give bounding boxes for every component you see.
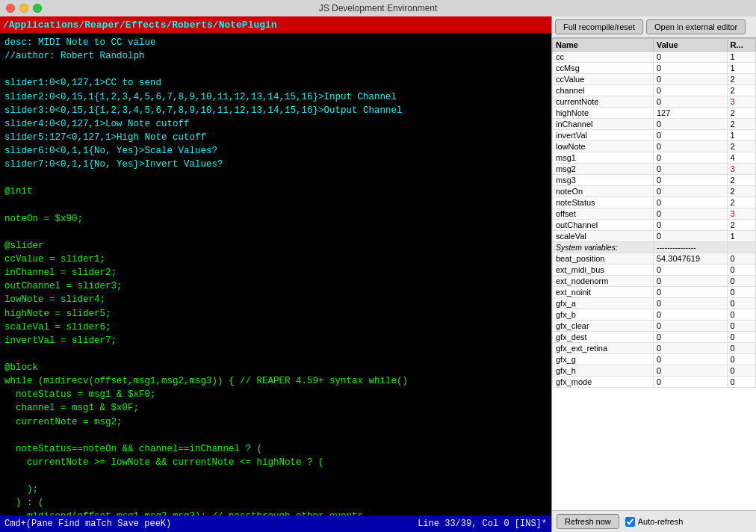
var-name: gfx_ext_retina (553, 343, 654, 354)
var-name: gfx_dest (553, 332, 654, 343)
sys-header-dashes: --------------- (653, 242, 727, 253)
code-line: slider5:127<0,127,1>High Note cutoff (4, 131, 547, 144)
var-name: gfx_a (553, 298, 654, 309)
var-r: 2 (727, 197, 755, 208)
var-value: 0 (653, 85, 727, 96)
table-row: msg2 0 3 (553, 164, 756, 175)
table-row: gfx_mode 0 0 (553, 377, 756, 388)
var-r: 4 (727, 152, 755, 164)
code-line: invertVal = slider7; (4, 334, 547, 347)
table-row: gfx_b 0 0 (553, 309, 756, 321)
var-name: lowNote (553, 141, 654, 152)
code-line: lowNote = slider4; (4, 293, 547, 306)
code-line: slider2:0<0,15,1{1,2,3,4,5,6,7,8,9,10,11… (4, 90, 547, 104)
var-r: 1 (727, 63, 755, 74)
var-r: 2 (727, 186, 755, 197)
code-line: ) : ( (4, 496, 547, 510)
var-name: scaleVal (553, 231, 654, 242)
var-value: 0 (653, 365, 727, 377)
variables-panel: Full recompile/reset Open in external ed… (551, 16, 756, 532)
var-value: 0 (653, 276, 727, 287)
var-r: 0 (727, 253, 755, 265)
main-content: /Applications/Reaper/Effects/Roberts/Not… (0, 16, 756, 532)
col-r: R... (727, 39, 755, 52)
var-value: 0 (653, 231, 727, 242)
sys-header-label: System variables: (553, 242, 654, 253)
refresh-button[interactable]: Refresh now (557, 514, 619, 529)
code-line: currentNote = msg2; (4, 415, 547, 429)
variables-table: Name Value R... cc 0 1 ccMsg 0 1 ccValue… (552, 38, 756, 388)
var-r: 2 (727, 74, 755, 85)
code-line: @slider (4, 239, 547, 253)
var-value: 0 (653, 119, 727, 130)
var-r: 1 (727, 130, 755, 141)
var-r: 0 (727, 287, 755, 298)
var-value: 54.3047619 (653, 253, 727, 265)
window-title: JS Development Environment (319, 3, 438, 13)
var-value: 0 (653, 309, 727, 321)
var-value: 0 (653, 197, 727, 208)
minimize-button[interactable] (19, 4, 28, 13)
var-r: 2 (727, 141, 755, 152)
var-r: 3 (727, 164, 755, 175)
table-row: msg1 0 4 (553, 152, 756, 164)
code-line: highNote = slider5; (4, 307, 547, 321)
code-line: slider1:0<0,127,1>CC to send (4, 76, 547, 90)
code-line: slider3:0<0,15,1{1,2,3,4,5,6,7,8,9,10,11… (4, 104, 547, 117)
code-line: midisend(offset,msg1,msg2,msg3); // pass… (4, 510, 547, 516)
open-external-button[interactable]: Open in external editor (646, 19, 746, 34)
code-line: ccValue = slider1; (4, 253, 547, 266)
var-name: msg2 (553, 164, 654, 175)
table-row: gfx_a 0 0 (553, 298, 756, 309)
var-name: ccValue (553, 74, 654, 85)
table-row: outChannel 0 2 (553, 220, 756, 231)
variables-table-container[interactable]: Name Value R... cc 0 1 ccMsg 0 1 ccValue… (552, 38, 756, 510)
var-name: currentNote (553, 96, 654, 108)
var-name: gfx_mode (553, 377, 654, 388)
table-row: currentNote 0 3 (553, 96, 756, 108)
var-r: 2 (727, 119, 755, 130)
code-line: slider6:0<0,1,1{No, Yes}>Scale Values? (4, 144, 547, 158)
var-value: 0 (653, 130, 727, 141)
right-toolbar: Full recompile/reset Open in external ed… (552, 16, 756, 38)
code-line (4, 469, 547, 483)
close-button[interactable] (6, 4, 15, 13)
code-line: channel = msg1 & $x0F; (4, 401, 547, 415)
table-row: ext_nodenorm 0 0 (553, 276, 756, 287)
maximize-button[interactable] (33, 4, 42, 13)
var-name: noteOn (553, 186, 654, 197)
var-r: 2 (727, 108, 755, 119)
table-row: gfx_h 0 0 (553, 365, 756, 377)
full-recompile-button[interactable]: Full recompile/reset (555, 19, 643, 34)
auto-refresh-checkbox[interactable] (625, 517, 635, 527)
var-name: invertVal (553, 130, 654, 141)
code-line: currentNote >= lowNote && currentNote <=… (4, 456, 547, 469)
var-value: 0 (653, 354, 727, 365)
var-name: gfx_g (553, 354, 654, 365)
col-value: Value (653, 39, 727, 52)
code-line: scaleVal = slider6; (4, 321, 547, 334)
var-name: noteStatus (553, 197, 654, 208)
var-value: 0 (653, 343, 727, 354)
var-name: beat_position (553, 253, 654, 265)
code-line (4, 63, 547, 76)
var-r: 0 (727, 377, 755, 388)
code-line (4, 226, 547, 239)
status-left: Cmd+(Pane Find maTch Save peeK) (4, 519, 171, 529)
code-editor[interactable]: desc: MIDI Note to CC value//author: Rob… (0, 33, 551, 516)
var-value: 0 (653, 298, 727, 309)
var-name: offset (553, 208, 654, 220)
var-name: ext_nodenorm (553, 276, 654, 287)
var-r: 3 (727, 208, 755, 220)
code-line: @block (4, 361, 547, 374)
table-row: gfx_ext_retina 0 0 (553, 343, 756, 354)
code-line: //author: Robert Randolph (4, 49, 547, 63)
var-value: 0 (653, 321, 727, 332)
var-r: 2 (727, 220, 755, 231)
var-r: 0 (727, 332, 755, 343)
var-name: gfx_h (553, 365, 654, 377)
var-value: 0 (653, 220, 727, 231)
var-r: 0 (727, 276, 755, 287)
var-value: 0 (653, 152, 727, 164)
var-r: 0 (727, 298, 755, 309)
